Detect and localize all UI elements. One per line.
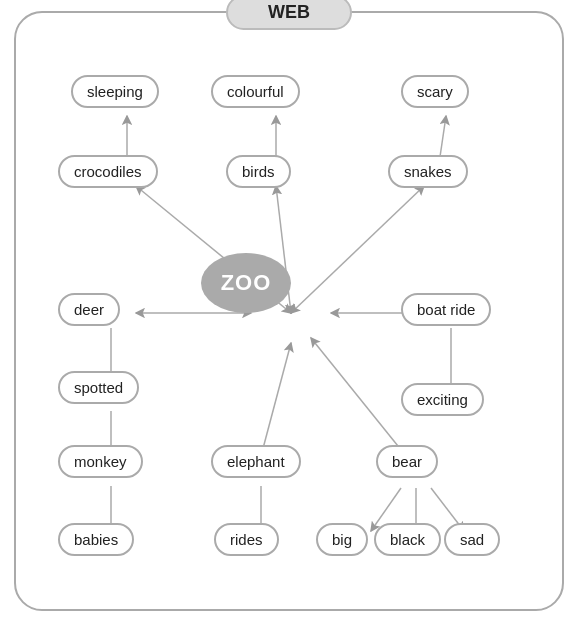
node-monkey: monkey (58, 445, 143, 478)
node-birds: birds (226, 155, 291, 188)
node-sleeping: sleeping (71, 75, 159, 108)
svg-line-14 (311, 338, 406, 456)
node-scary: scary (401, 75, 469, 108)
node-snakes: snakes (388, 155, 468, 188)
title: WEB (226, 0, 352, 30)
node-elephant: elephant (211, 445, 301, 478)
node-crocodiles: crocodiles (58, 155, 158, 188)
svg-line-12 (261, 343, 291, 456)
node-spotted: spotted (58, 371, 139, 404)
node-exciting: exciting (401, 383, 484, 416)
mind-map-container: WEB (14, 11, 564, 611)
node-zoo: ZOO (201, 253, 291, 313)
node-colourful: colourful (211, 75, 300, 108)
node-sad: sad (444, 523, 500, 556)
node-boat-ride: boat ride (401, 293, 491, 326)
node-black: black (374, 523, 441, 556)
node-big: big (316, 523, 368, 556)
node-babies: babies (58, 523, 134, 556)
node-rides: rides (214, 523, 279, 556)
node-bear: bear (376, 445, 438, 478)
node-deer: deer (58, 293, 120, 326)
svg-line-4 (291, 186, 424, 313)
